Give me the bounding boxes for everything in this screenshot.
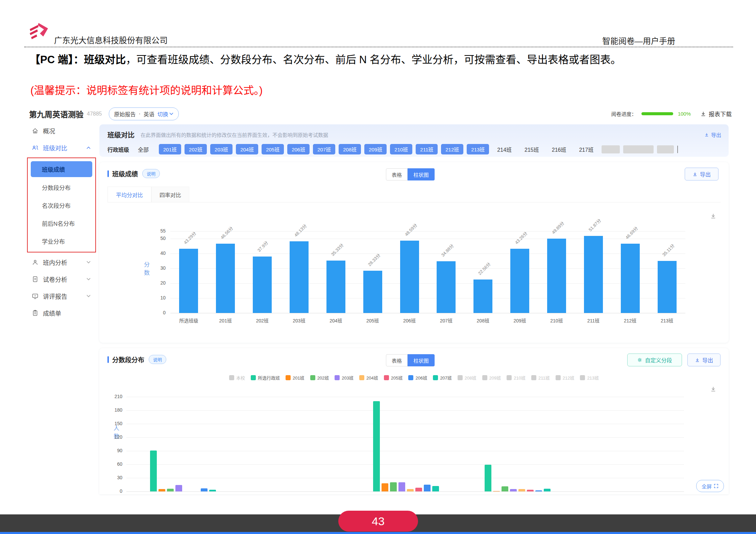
class-chip[interactable]: 217班 [579, 145, 593, 153]
score-band-bar[interactable] [510, 489, 517, 491]
score-bar[interactable] [547, 239, 566, 313]
download-icon[interactable] [710, 386, 716, 392]
score-band-bar[interactable] [407, 489, 414, 491]
legend-item[interactable]: 204班 [359, 374, 378, 381]
sidebar-subitem-top-bottom-n[interactable]: 前后N名分布 [28, 214, 95, 232]
sidebar-subitem-rank-band[interactable]: 名次段分布 [28, 196, 95, 214]
class-chip[interactable]: 202班 [185, 144, 207, 154]
download-icon[interactable] [710, 213, 716, 219]
score-bar[interactable] [437, 261, 456, 313]
class-chip[interactable]: 216班 [552, 145, 566, 153]
score-band-bar[interactable] [502, 486, 508, 491]
score-band-bar[interactable] [201, 488, 208, 491]
score-bar[interactable] [473, 280, 492, 313]
legend-item[interactable]: 212班 [556, 374, 575, 381]
class-chip[interactable]: 215班 [525, 145, 539, 153]
score-bar[interactable] [216, 244, 235, 313]
class-chip[interactable]: 209班 [364, 144, 387, 154]
score-band-bar[interactable] [398, 482, 405, 491]
score-band-bar[interactable] [382, 483, 388, 491]
class-chip[interactable]: 211班 [416, 144, 438, 154]
class-chip[interactable]: 206班 [287, 144, 310, 154]
score-bar[interactable] [253, 257, 272, 313]
legend-item[interactable]: 209班 [482, 374, 501, 381]
class-chip[interactable]: 201班 [159, 144, 181, 154]
score-band-bar[interactable] [390, 482, 397, 491]
class-chip[interactable]: 207班 [313, 144, 335, 154]
legend-item[interactable]: 208班 [458, 374, 477, 381]
class-chip[interactable]: 205班 [262, 144, 284, 154]
legend-item[interactable]: 203班 [335, 374, 353, 381]
class-chip[interactable]: 203班 [210, 144, 233, 154]
legend-item[interactable]: 本校 [229, 374, 245, 381]
info-tag[interactable]: 说明 [142, 169, 160, 178]
sidebar-item-score-sheet[interactable]: 成绩单 [20, 305, 99, 321]
sidebar-subitem-score-band[interactable]: 分数段分布 [28, 178, 95, 196]
sidebar-item-in-class-analysis[interactable]: 班内分析 [20, 254, 99, 271]
fullscreen-button[interactable]: 全屏 [696, 480, 724, 492]
bar-chart-toggle[interactable]: 柱状图 [408, 354, 435, 366]
sidebar-item-overview[interactable]: 概况 [20, 122, 99, 139]
table-toggle[interactable]: 表格 [386, 354, 408, 366]
score-band-bar[interactable] [493, 491, 500, 491]
class-filter-all[interactable]: 全部 [138, 145, 149, 153]
class-chip[interactable]: 212班 [441, 144, 463, 154]
sidebar-item-review-report[interactable]: 讲评报告 [20, 288, 99, 305]
table-toggle[interactable]: 表格 [386, 168, 408, 180]
score-band-bar[interactable] [424, 485, 431, 491]
legend-item[interactable]: 211班 [531, 374, 550, 381]
custom-band-button[interactable]: 自定义分段 [627, 354, 682, 366]
score-bar[interactable] [326, 261, 345, 313]
class-chip[interactable]: 204班 [236, 144, 258, 154]
legend-item[interactable]: 207班 [433, 374, 452, 381]
export-button[interactable]: 导出 [687, 354, 721, 366]
score-band-bar[interactable] [518, 489, 525, 491]
score-bar[interactable] [584, 236, 603, 313]
report-download-button[interactable]: 报表下载 [700, 110, 732, 118]
score-bar[interactable] [621, 244, 640, 313]
score-band-bar[interactable] [432, 486, 439, 491]
score-bar[interactable] [290, 241, 309, 313]
score-band-bar[interactable] [527, 490, 534, 491]
class-chip[interactable]: 213班 [467, 144, 489, 154]
info-tag[interactable]: 说明 [149, 355, 166, 364]
tab-four-rates[interactable]: 四率对比 [151, 187, 189, 202]
score-band-bar[interactable] [158, 489, 165, 491]
score-band-bar[interactable] [209, 490, 216, 491]
bar-chart-toggle[interactable]: 柱状图 [408, 168, 435, 180]
legend-item[interactable]: 206班 [408, 374, 427, 381]
legend-item[interactable]: 205班 [384, 374, 403, 381]
tab-average-score[interactable]: 平均分对比 [107, 187, 151, 202]
score-bar[interactable] [400, 241, 419, 313]
score-bar[interactable] [658, 261, 677, 313]
export-link[interactable]: 导出 [704, 131, 721, 138]
legend-item[interactable]: 所选行政班 [251, 374, 280, 381]
legend-swatch [229, 375, 234, 380]
score-band-bar[interactable] [544, 489, 551, 491]
score-band-bar[interactable] [167, 489, 174, 491]
score-band-bar[interactable] [175, 485, 182, 491]
sidebar-item-label: 成绩单 [43, 309, 61, 317]
legend-item[interactable]: 201班 [286, 374, 304, 381]
score-bar[interactable] [363, 271, 382, 313]
score-band-bar[interactable] [415, 488, 422, 491]
export-button[interactable]: 导出 [685, 168, 718, 180]
report-switch-pill[interactable]: 原始报告 · 英语 切换 [109, 107, 179, 120]
sidebar-subitem-academic[interactable]: 学业分布 [28, 232, 95, 250]
sidebar-subitem-class-score[interactable]: 班级成绩 [31, 161, 92, 177]
score-bar[interactable] [179, 249, 198, 313]
switch-link[interactable]: 切换 [157, 110, 173, 118]
legend-item[interactable]: 210班 [507, 374, 526, 381]
score-band-bar[interactable] [150, 451, 157, 491]
score-band-bar[interactable] [535, 490, 542, 491]
score-band-bar[interactable] [485, 465, 491, 491]
class-chip[interactable]: 214班 [497, 145, 512, 153]
sidebar-item-paper-analysis[interactable]: 试卷分析 [20, 271, 99, 288]
sidebar-item-class-compare[interactable]: 班级对比 [20, 139, 99, 156]
class-chip[interactable]: 208班 [339, 144, 361, 154]
class-chip[interactable]: 210班 [390, 144, 412, 154]
legend-item[interactable]: 213班 [580, 374, 599, 381]
score-bar[interactable] [510, 249, 529, 313]
score-band-bar[interactable] [373, 401, 380, 491]
legend-item[interactable]: 202班 [310, 374, 329, 381]
